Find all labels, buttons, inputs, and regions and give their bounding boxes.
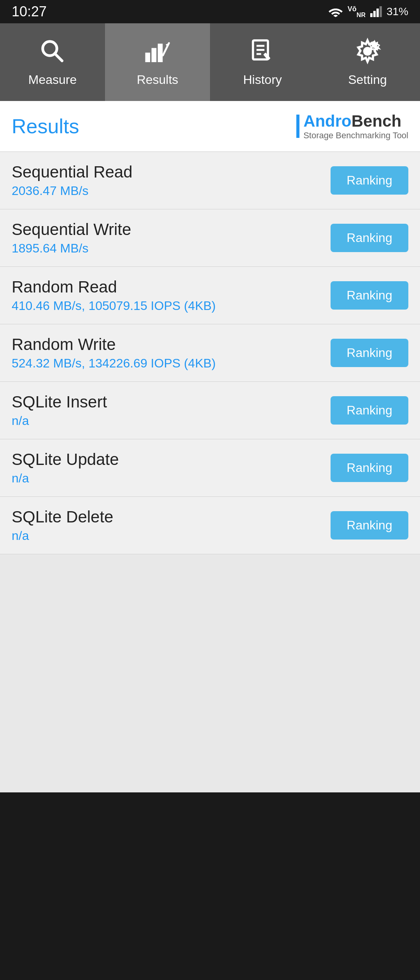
- status-time: 10:27: [12, 3, 47, 20]
- tab-measure[interactable]: Measure: [0, 23, 105, 101]
- svg-rect-3: [380, 6, 382, 17]
- tab-measure-label: Measure: [28, 73, 77, 87]
- wifi-icon: [328, 6, 343, 17]
- bench-info-rand-read: Random Read410.46 MB/s, 105079.15 IOPS (…: [12, 278, 331, 313]
- ranking-button-seq-read[interactable]: Ranking: [331, 166, 408, 195]
- logo-bar: [296, 115, 299, 138]
- signal-icon: [370, 6, 382, 17]
- bench-name-sqlite-insert: SQLite Insert: [12, 393, 331, 411]
- svg-rect-7: [152, 48, 157, 62]
- logo-sub: Storage Benchmarking Tool: [303, 131, 408, 141]
- bench-row-seq-read: Sequential Read2036.47 MB/sRanking: [0, 152, 420, 209]
- logo-brand: AndroBench: [303, 112, 408, 131]
- bench-name-sqlite-delete: SQLite Delete: [12, 508, 331, 526]
- bench-name-rand-write: Random Write: [12, 335, 331, 354]
- bench-row-rand-write: Random Write524.32 MB/s, 134226.69 IOPS …: [0, 324, 420, 382]
- tab-history[interactable]: History: [210, 23, 315, 101]
- ranking-button-sqlite-insert[interactable]: Ranking: [331, 396, 408, 425]
- history-icon: [249, 38, 276, 69]
- results-icon: [144, 38, 171, 69]
- bench-row-seq-write: Sequential Write1895.64 MB/sRanking: [0, 209, 420, 267]
- nr-icon: VōNR: [348, 5, 366, 19]
- svg-rect-6: [145, 52, 150, 62]
- results-page-title: Results: [12, 115, 79, 138]
- bench-value-seq-read: 2036.47 MB/s: [12, 184, 331, 198]
- logo-bench: Bench: [352, 112, 401, 130]
- content-area: Results AndroBench Storage Benchmarking …: [0, 101, 420, 792]
- bench-value-sqlite-insert: n/a: [12, 414, 331, 428]
- bench-row-rand-read: Random Read410.46 MB/s, 105079.15 IOPS (…: [0, 267, 420, 324]
- bench-info-sqlite-insert: SQLite Insertn/a: [12, 393, 331, 428]
- results-header: Results AndroBench Storage Benchmarking …: [0, 101, 420, 152]
- bench-value-sqlite-update: n/a: [12, 471, 331, 486]
- svg-rect-2: [376, 9, 379, 17]
- tab-history-label: History: [243, 73, 282, 87]
- ranking-button-rand-read[interactable]: Ranking: [331, 281, 408, 310]
- bench-info-seq-read: Sequential Read2036.47 MB/s: [12, 163, 331, 198]
- tab-results-label: Results: [137, 73, 178, 87]
- bench-row-sqlite-update: SQLite Updaten/aRanking: [0, 439, 420, 497]
- bench-name-rand-read: Random Read: [12, 278, 331, 296]
- tab-results[interactable]: Results: [105, 23, 210, 101]
- bench-value-rand-read: 410.46 MB/s, 105079.15 IOPS (4KB): [12, 299, 331, 313]
- tab-setting[interactable]: Setting: [315, 23, 420, 101]
- tab-setting-label: Setting: [348, 73, 387, 87]
- logo-andro: Andro: [303, 112, 352, 130]
- ranking-button-sqlite-delete[interactable]: Ranking: [331, 511, 408, 540]
- svg-line-5: [55, 53, 62, 61]
- androbench-logo: AndroBench Storage Benchmarking Tool: [296, 112, 408, 141]
- svg-rect-1: [373, 11, 376, 17]
- svg-rect-0: [370, 13, 373, 17]
- setting-icon: [354, 38, 381, 69]
- bench-name-sqlite-update: SQLite Update: [12, 450, 331, 469]
- bench-name-seq-read: Sequential Read: [12, 163, 331, 181]
- status-icons: VōNR 31%: [328, 5, 408, 19]
- bench-value-sqlite-delete: n/a: [12, 529, 331, 543]
- bottom-nav-area: [0, 792, 420, 980]
- benchmark-list: Sequential Read2036.47 MB/sRankingSequen…: [0, 152, 420, 554]
- logo-text: AndroBench Storage Benchmarking Tool: [303, 112, 408, 141]
- bench-info-sqlite-delete: SQLite Deleten/a: [12, 508, 331, 543]
- bench-row-sqlite-insert: SQLite Insertn/aRanking: [0, 382, 420, 439]
- ranking-button-sqlite-update[interactable]: Ranking: [331, 454, 408, 482]
- ranking-button-seq-write[interactable]: Ranking: [331, 224, 408, 252]
- ranking-button-rand-write[interactable]: Ranking: [331, 339, 408, 367]
- bench-name-seq-write: Sequential Write: [12, 220, 331, 239]
- bench-value-rand-write: 524.32 MB/s, 134226.69 IOPS (4KB): [12, 356, 331, 371]
- svg-rect-8: [158, 44, 163, 62]
- measure-icon: [39, 38, 66, 69]
- bench-info-sqlite-update: SQLite Updaten/a: [12, 450, 331, 486]
- bench-info-rand-write: Random Write524.32 MB/s, 134226.69 IOPS …: [12, 335, 331, 371]
- bench-value-seq-write: 1895.64 MB/s: [12, 241, 331, 256]
- bench-row-sqlite-delete: SQLite Deleten/aRanking: [0, 497, 420, 554]
- nav-tabs: Measure Results: [0, 23, 420, 101]
- status-bar: 10:27 VōNR 31%: [0, 0, 420, 23]
- bench-info-seq-write: Sequential Write1895.64 MB/s: [12, 220, 331, 256]
- battery-status: 31%: [387, 5, 408, 18]
